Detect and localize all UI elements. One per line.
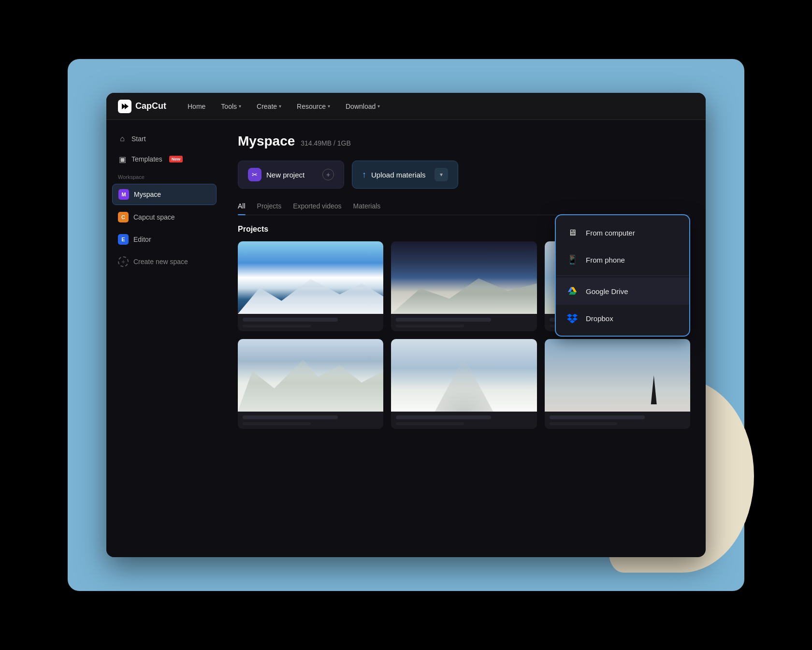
project-card-1[interactable] — [238, 241, 383, 331]
project-info-2 — [391, 314, 536, 331]
nav-create[interactable]: Create ▾ — [251, 100, 287, 113]
project-name-bar-5 — [396, 415, 491, 419]
tab-projects[interactable]: Projects — [257, 202, 282, 215]
project-thumb-4 — [238, 339, 383, 412]
home-icon: ⌂ — [118, 134, 127, 143]
scissors-icon: ✂ — [248, 168, 261, 181]
sidebar-item-create-space[interactable]: + Create new space — [112, 251, 217, 272]
upload-dropdown: 🖥 From computer 📱 From phone — [555, 214, 690, 337]
project-thumb-6 — [545, 339, 690, 412]
project-thumb-5 — [391, 339, 536, 412]
download-chevron-icon: ▾ — [377, 103, 380, 109]
tab-all[interactable]: All — [238, 202, 246, 215]
project-card-2[interactable] — [391, 241, 536, 331]
dropdown-google-drive[interactable]: Google Drive — [556, 278, 689, 305]
project-name-bar-2 — [396, 318, 491, 322]
editor-avatar: E — [118, 234, 129, 245]
dropdown-from-phone[interactable]: 📱 From phone — [556, 246, 689, 273]
project-name-bar-1 — [243, 318, 338, 322]
upload-materials-button[interactable]: ↑ Upload materials ▾ — [352, 161, 458, 189]
capcut-space-avatar: C — [118, 212, 129, 222]
upload-icon: ↑ — [362, 170, 366, 180]
new-project-button[interactable]: ✂ New project + — [238, 161, 344, 189]
phone-icon: 📱 — [566, 253, 579, 266]
project-card-6[interactable] — [545, 339, 690, 429]
templates-icon: ▣ — [118, 155, 127, 163]
nav-home[interactable]: Home — [182, 100, 211, 113]
sidebar-item-start[interactable]: ⌂ Start — [112, 130, 217, 148]
dropdown-divider — [556, 275, 689, 276]
outer-background: CapCut Home Tools ▾ Create ▾ Resource ▾ — [0, 0, 812, 650]
nav-tools[interactable]: Tools ▾ — [215, 100, 247, 113]
action-buttons: ✂ New project + ↑ Upload materials ▾ — [238, 161, 690, 189]
templates-new-badge: New — [169, 156, 183, 162]
project-date-bar-1 — [243, 325, 311, 327]
project-name-bar-4 — [243, 415, 338, 419]
project-info-1 — [238, 314, 383, 331]
project-info-4 — [238, 412, 383, 429]
sidebar-item-capcut-space[interactable]: C Capcut space — [112, 207, 217, 227]
storage-info: 314.49MB / 1GB — [301, 139, 351, 147]
dropdown-from-computer[interactable]: 🖥 From computer — [556, 219, 689, 246]
content-area: Myspace 314.49MB / 1GB ✂ New project + ↑ — [222, 120, 706, 557]
tools-chevron-icon: ▾ — [239, 103, 241, 109]
top-nav: CapCut Home Tools ▾ Create ▾ Resource ▾ — [106, 93, 706, 120]
sidebar-item-editor[interactable]: E Editor — [112, 229, 217, 250]
nav-download[interactable]: Download ▾ — [340, 100, 386, 113]
project-date-bar-6 — [550, 422, 618, 425]
nav-resource[interactable]: Resource ▾ — [291, 100, 336, 113]
project-info-6 — [545, 412, 690, 429]
page-title: Myspace — [238, 133, 295, 149]
main-layout: ⌂ Start ▣ Templates New Workspace M Mysp… — [106, 120, 706, 557]
google-drive-icon — [566, 284, 579, 298]
content-tabs: All Projects Exported videos Materials — [238, 202, 690, 215]
project-date-bar-5 — [396, 422, 464, 425]
project-date-bar-2 — [396, 325, 464, 327]
create-space-plus-icon: + — [118, 256, 129, 267]
project-info-5 — [391, 412, 536, 429]
page-header: Myspace 314.49MB / 1GB — [238, 133, 690, 149]
project-card-4[interactable] — [238, 339, 383, 429]
project-name-bar-6 — [550, 415, 645, 419]
app-window: CapCut Home Tools ▾ Create ▾ Resource ▾ — [106, 93, 706, 557]
new-project-plus-icon: + — [322, 169, 334, 180]
capcut-logo-icon — [118, 100, 131, 113]
resource-chevron-icon: ▾ — [328, 103, 330, 109]
sidebar: ⌂ Start ▣ Templates New Workspace M Mysp… — [106, 120, 222, 557]
computer-icon: 🖥 — [566, 226, 579, 239]
myspace-avatar: M — [118, 189, 129, 200]
project-thumb-1 — [238, 241, 383, 314]
page-title-group: Myspace 314.49MB / 1GB — [238, 133, 351, 149]
logo-text: CapCut — [135, 101, 166, 111]
project-date-bar-4 — [243, 422, 311, 425]
dropdown-dropbox[interactable]: Dropbox — [556, 305, 689, 332]
sidebar-item-myspace[interactable]: M Myspace — [112, 184, 217, 205]
tab-exported-videos[interactable]: Exported videos — [293, 202, 341, 215]
nav-items: Home Tools ▾ Create ▾ Resource ▾ Downloa… — [182, 100, 694, 113]
upload-chevron-icon: ▾ — [435, 168, 448, 181]
project-thumb-2 — [391, 241, 536, 314]
create-chevron-icon: ▾ — [279, 103, 281, 109]
workspace-section-label: Workspace — [112, 170, 217, 182]
sidebar-item-templates[interactable]: ▣ Templates New — [112, 150, 217, 168]
tab-materials[interactable]: Materials — [353, 202, 381, 215]
logo[interactable]: CapCut — [118, 100, 166, 113]
project-card-5[interactable] — [391, 339, 536, 429]
dropbox-icon — [566, 311, 579, 325]
